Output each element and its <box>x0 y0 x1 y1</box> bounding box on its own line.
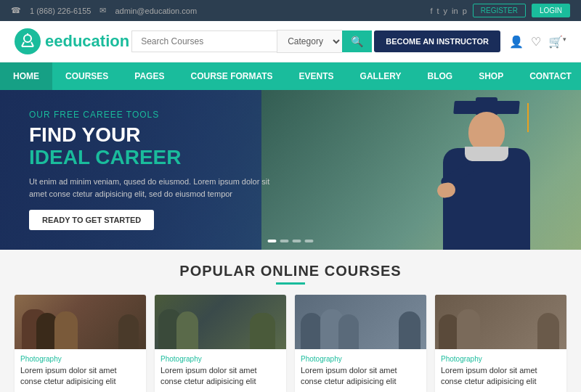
instagram-icon[interactable]: in <box>452 7 458 15</box>
cart-icon[interactable]: 🛒▾ <box>548 35 566 49</box>
top-bar-left: ☎ 1 (868) 226-6155 ✉ admin@education.com <box>11 6 197 15</box>
category-select[interactable]: Category <box>277 30 342 53</box>
logo-svg <box>20 33 36 49</box>
course-category-4: Photography <box>441 355 561 363</box>
header-actions: BECOME AN INSTRUCTOR 👤 ♡ 🛒▾ <box>374 30 566 52</box>
logo[interactable]: eeducation <box>15 28 129 54</box>
nav-item-home[interactable]: HOME <box>0 62 52 90</box>
course-title-2: Lorem ipsum dolor sit amet conse ctetur … <box>161 365 280 388</box>
top-bar: ☎ 1 (868) 226-6155 ✉ admin@education.com… <box>0 0 581 21</box>
course-card-3[interactable]: Photography Lorem ipsum dolor sit amet c… <box>295 295 426 392</box>
social-icons: f t y in p <box>430 7 466 15</box>
course-title-3: Lorem ipsum dolor sit amet conse ctetur … <box>301 365 420 388</box>
email-address: admin@education.com <box>115 7 197 15</box>
instructor-button[interactable]: BECOME AN INSTRUCTOR <box>374 30 500 52</box>
email-icon: ✉ <box>99 6 106 15</box>
pinterest-icon[interactable]: p <box>463 7 467 15</box>
facebook-icon[interactable]: f <box>430 7 432 15</box>
nav-item-contact[interactable]: CONTACT <box>516 62 581 90</box>
course-category-1: Photography <box>20 355 140 363</box>
courses-section: POPULAR ONLINE COURSES Photography Lorem… <box>0 250 581 392</box>
course-card-1[interactable]: Photography Lorem ipsum dolor sit amet c… <box>15 295 146 392</box>
nav-item-blog[interactable]: BLOG <box>414 62 466 90</box>
navigation: HOME COURSES PAGES COURSE FORMATS EVENTS… <box>0 62 581 90</box>
slider-dot-1[interactable] <box>268 240 277 242</box>
course-card-4[interactable]: Photography Lorem ipsum dolor sit amet c… <box>435 295 566 392</box>
hero-subtitle: OUR FREE CAREEE TOOLS <box>29 110 276 120</box>
course-title-1: Lorem ipsum dolor sit amet conse ctetur … <box>20 365 140 388</box>
course-info-4: Photography Lorem ipsum dolor sit amet c… <box>435 349 566 392</box>
logo-text: eeducation <box>45 32 129 51</box>
svg-point-0 <box>24 35 31 42</box>
phone-number: 1 (868) 226-6155 <box>30 7 91 15</box>
slider-dot-2[interactable] <box>280 240 289 242</box>
header-icons: 👤 ♡ 🛒▾ <box>509 35 566 49</box>
courses-grid: Photography Lorem ipsum dolor sit amet c… <box>15 295 566 392</box>
search-input[interactable] <box>131 30 277 52</box>
wishlist-icon[interactable]: ♡ <box>531 35 541 49</box>
course-thumb-2 <box>155 295 286 349</box>
top-bar-right: f t y in p REGISTER LOGIN <box>430 4 570 17</box>
slider-dot-4[interactable] <box>305 240 314 242</box>
course-info-1: Photography Lorem ipsum dolor sit amet c… <box>15 349 146 392</box>
user-icon[interactable]: 👤 <box>509 35 524 49</box>
slider-dots <box>268 240 314 242</box>
section-underline <box>276 282 305 285</box>
nav-item-courses[interactable]: COURSES <box>52 62 121 90</box>
hero-content: OUR FREE CAREEE TOOLS FIND YOUR IDEAL CA… <box>0 95 305 245</box>
course-thumb-1 <box>15 295 146 349</box>
course-title-4: Lorem ipsum dolor sit amet conse ctetur … <box>441 365 561 388</box>
course-info-2: Photography Lorem ipsum dolor sit amet c… <box>155 349 286 392</box>
hero-image-area <box>261 90 581 250</box>
phone-icon: ☎ <box>11 6 21 15</box>
course-card-2[interactable]: Photography Lorem ipsum dolor sit amet c… <box>155 295 286 392</box>
course-category-3: Photography <box>301 355 420 363</box>
header: eeducation Category 🔍 BECOME AN INSTRUCT… <box>0 21 581 62</box>
login-button[interactable]: LOGIN <box>532 4 570 17</box>
nav-item-gallery[interactable]: GALLERY <box>347 62 415 90</box>
register-button[interactable]: REGISTER <box>473 4 526 17</box>
cta-button[interactable]: READY TO GET STARTED <box>29 210 154 230</box>
hero-title: FIND YOUR IDEAL CAREER <box>29 124 276 169</box>
course-category-2: Photography <box>161 355 280 363</box>
nav-item-course-formats[interactable]: COURSE FORMATS <box>177 62 285 90</box>
nav-item-shop[interactable]: SHOP <box>466 62 516 90</box>
nav-item-events[interactable]: EVENTS <box>286 62 347 90</box>
hero-title-line2: IDEAL CAREER <box>29 147 276 169</box>
search-bar: Category 🔍 <box>131 30 372 53</box>
graduate-figure <box>436 97 552 250</box>
course-thumb-4 <box>435 295 566 349</box>
section-title: POPULAR ONLINE COURSES <box>15 263 566 279</box>
logo-icon <box>15 28 41 54</box>
slider-dot-3[interactable] <box>293 240 301 242</box>
course-info-3: Photography Lorem ipsum dolor sit amet c… <box>295 349 426 392</box>
hero-section: OUR FREE CAREEE TOOLS FIND YOUR IDEAL CA… <box>0 90 581 250</box>
course-thumb-3 <box>295 295 426 349</box>
search-button[interactable]: 🔍 <box>342 30 372 52</box>
hero-description: Ut enim ad minim veniam, qused do eiusmo… <box>29 176 276 200</box>
twitter-icon[interactable]: t <box>437 7 439 15</box>
nav-item-pages[interactable]: PAGES <box>121 62 177 90</box>
youtube-icon[interactable]: y <box>444 7 448 15</box>
hero-title-line1: FIND YOUR <box>29 124 276 147</box>
